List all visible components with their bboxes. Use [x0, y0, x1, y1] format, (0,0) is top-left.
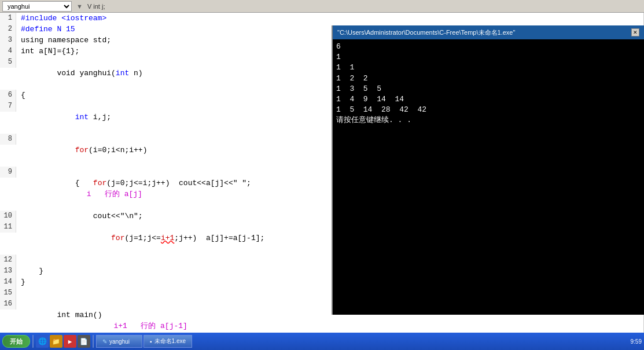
- line-num-15: 15: [0, 288, 16, 299]
- line-num-14: 14: [0, 277, 16, 288]
- line-num-2: 2: [0, 24, 16, 35]
- line-num-6: 6: [0, 90, 16, 101]
- taskbar-app-editor[interactable]: ✎ yanghui: [96, 335, 142, 348]
- line-num-3: 3: [0, 35, 16, 46]
- line-num-4: 4: [0, 46, 16, 57]
- taskbar-app-editor-label: yanghui: [109, 338, 130, 345]
- terminal-window: "C:\Users\Administrator\Documents\C-Free…: [332, 25, 644, 315]
- terminal-close-button[interactable]: ✕: [631, 28, 639, 36]
- terminal-title-bar: "C:\Users\Administrator\Documents\C-Free…: [333, 25, 644, 39]
- title-bar: yanghui main ▼ V int j;: [0, 0, 644, 13]
- function-dropdown[interactable]: yanghui main: [2, 1, 72, 12]
- line-num-7: 7: [0, 101, 16, 112]
- terminal-output: 6 1 1 1 1 2 2 1 3 5 5 1 4 9 14 14 1 5 14…: [333, 39, 644, 315]
- taskbar: 开始 🌐 📁 ▶ 📄 ✎ yanghui ▪ 未命名1.exe 9:59: [0, 333, 644, 350]
- taskbar-time: 9:59: [631, 338, 642, 345]
- taskbar-app-terminal[interactable]: ▪ 未命名1.exe: [143, 335, 192, 348]
- line-num-11: 11: [0, 222, 16, 233]
- line-num-13: 13: [0, 266, 16, 277]
- taskbar-icon-media[interactable]: ▶: [64, 335, 76, 348]
- line-num-5: 5: [0, 57, 16, 68]
- line-num-12: 12: [0, 255, 16, 266]
- line-num-9: 9: [0, 167, 16, 178]
- line-num-1: 1: [0, 13, 16, 24]
- title-separator: ▼: [76, 3, 83, 10]
- annotation-16: i+1 行的 a[j-1]: [68, 322, 187, 330]
- line-num-10: 10: [0, 211, 16, 222]
- line-content-1: #include <iostream>: [16, 13, 643, 24]
- line-num-8: 8: [0, 134, 16, 145]
- taskbar-icon-misc[interactable]: 📄: [78, 335, 90, 348]
- terminal-title: "C:\Users\Administrator\Documents\C-Free…: [337, 28, 515, 37]
- start-button[interactable]: 开始: [2, 335, 30, 348]
- taskbar-right: 9:59: [631, 338, 642, 345]
- title-function: V int j;: [87, 3, 105, 10]
- code-line-1: 1 #include <iostream>: [0, 13, 643, 24]
- taskbar-app-terminal-label: 未命名1.exe: [154, 337, 186, 345]
- line-num-16: 16: [0, 299, 16, 310]
- title-bar-left: yanghui main ▼ V int j;: [2, 1, 642, 12]
- taskbar-icon-ie[interactable]: 🌐: [36, 335, 49, 348]
- taskbar-icon-folder[interactable]: 📁: [50, 335, 62, 348]
- annotation-9: i 行的 a[j]: [68, 190, 142, 198]
